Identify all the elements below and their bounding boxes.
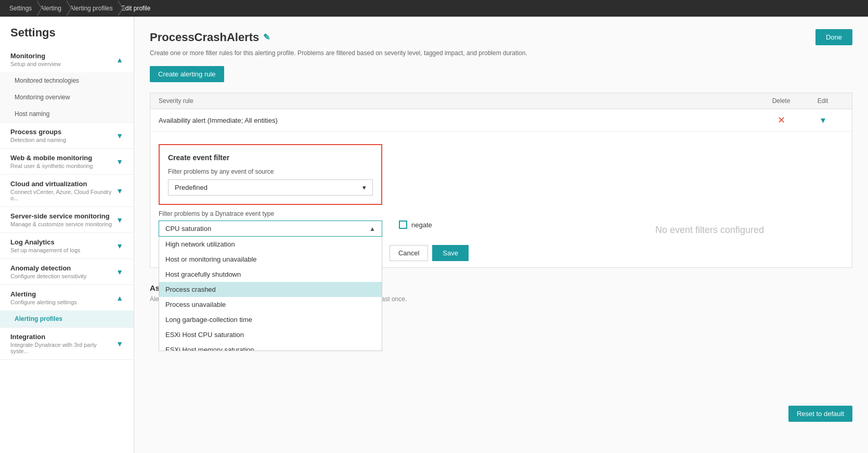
sidebar-item-host-naming[interactable]: Host naming	[0, 106, 134, 122]
main-content: ProcessCrashAlerts ✎ Done Create one or …	[134, 17, 868, 453]
anomaly-chevron: ▼	[116, 268, 123, 276]
sidebar-section-log-analytics: Log Analytics Set up management of logs …	[0, 233, 134, 259]
dropdown-item-host-shutdown[interactable]: Host gracefully shutdown	[159, 267, 382, 282]
alerting-items: Alerting profiles	[0, 310, 134, 327]
log-analytics-subtitle: Set up management of logs	[10, 247, 81, 253]
event-filter-title: Create event filter	[168, 153, 373, 162]
severity-edit-header: Edit	[802, 97, 844, 105]
alerting-subtitle: Configure alerting settings	[10, 299, 77, 305]
server-side-title: Server-side service monitoring	[10, 212, 112, 220]
event-type-dropdown-container: CPU saturation ▲ High network utilizatio…	[159, 221, 382, 237]
reset-to-default-button[interactable]: Reset to default	[788, 406, 852, 422]
severity-expand-button[interactable]: ▾	[802, 114, 844, 126]
integration-title: Integration	[10, 333, 116, 341]
sidebar-item-alerting-profiles[interactable]: Alerting profiles	[0, 310, 134, 327]
negate-label: negate	[411, 221, 432, 229]
cancel-button[interactable]: Cancel	[390, 245, 428, 261]
sidebar-section-cloud: Cloud and virtualization Connect vCenter…	[0, 175, 134, 207]
sidebar-section-header-monitoring[interactable]: Monitoring Setup and overview ▲	[0, 47, 134, 72]
breadcrumb-settings[interactable]: Settings	[6, 0, 37, 17]
sidebar-title: Settings	[0, 17, 134, 47]
main-header: ProcessCrashAlerts ✎ Done	[150, 29, 852, 45]
event-source-value: Predefined	[175, 184, 208, 191]
log-analytics-chevron: ▼	[116, 242, 123, 250]
alerting-title: Alerting	[10, 290, 77, 298]
sidebar-section-header-process-groups[interactable]: Process groups Detection and naming ▼	[0, 123, 134, 148]
sidebar-section-header-alerting[interactable]: Alerting Configure alerting settings ▲	[0, 285, 134, 310]
no-event-filters-text: No event filters configured	[655, 225, 764, 236]
breadcrumb-alerting-profiles[interactable]: Alerting profiles	[67, 0, 118, 17]
dropdown-item-host-unavail[interactable]: Host or monitoring unavailable	[159, 252, 382, 267]
severity-table-header: Severity rule Delete Edit	[150, 93, 852, 109]
page-title-row: ProcessCrashAlerts ✎	[150, 31, 270, 44]
process-groups-subtitle: Detection and naming	[10, 137, 66, 143]
process-groups-chevron: ▼	[116, 132, 123, 140]
event-type-chevron-up-icon: ▲	[369, 225, 375, 232]
sidebar-item-monitoring-overview[interactable]: Monitoring overview	[0, 89, 134, 106]
event-type-label: Filter problems by a Dynatrace event typ…	[159, 210, 844, 217]
server-side-subtitle: Manage & customize service monitoring	[10, 221, 112, 227]
monitoring-items: Monitored technologies Monitoring overvi…	[0, 72, 134, 122]
main-description: Create one or more filter rules for this…	[150, 49, 852, 57]
severity-row-label: Availability alert (Immediate; All entit…	[159, 117, 760, 124]
event-type-selected: CPU saturation	[165, 225, 211, 232]
page-title: ProcessCrashAlerts	[150, 31, 259, 44]
web-mobile-subtitle: Real user & synthetic monitoring	[10, 163, 93, 169]
sidebar-section-monitoring: Monitoring Setup and overview ▲ Monitore…	[0, 47, 134, 123]
anomaly-subtitle: Configure detection sensitivity	[10, 273, 86, 279]
sidebar-section-header-web-mobile[interactable]: Web & mobile monitoring Real user & synt…	[0, 149, 134, 174]
sidebar: Settings Monitoring Setup and overview ▲…	[0, 17, 134, 453]
dropdown-item-esxi-mem[interactable]: ESXi Host memory saturation	[159, 342, 382, 351]
sidebar-section-process-groups: Process groups Detection and naming ▼	[0, 123, 134, 149]
event-type-select[interactable]: CPU saturation ▲	[159, 221, 382, 237]
integration-chevron: ▼	[116, 340, 123, 348]
server-side-chevron: ▼	[116, 216, 123, 224]
event-source-label: Filter problems by any event of source	[168, 168, 373, 175]
monitoring-subtitle: Setup and overview	[10, 61, 61, 67]
save-button[interactable]: Save	[432, 245, 469, 261]
process-groups-title: Process groups	[10, 128, 66, 136]
dropdown-item-garbage-collect[interactable]: Long garbage-collection time	[159, 312, 382, 327]
cloud-chevron: ▼	[116, 187, 123, 195]
negate-checkbox[interactable]	[399, 221, 407, 229]
breadcrumb: Settings Alerting Alerting profiles Edit…	[0, 0, 868, 17]
severity-table-row: Availability alert (Immediate; All entit…	[150, 109, 852, 132]
event-source-select[interactable]: Predefined ▾	[168, 179, 373, 196]
sidebar-section-header-cloud[interactable]: Cloud and virtualization Connect vCenter…	[0, 175, 134, 206]
web-mobile-title: Web & mobile monitoring	[10, 154, 93, 162]
anomaly-title: Anomaly detection	[10, 264, 86, 272]
severity-delete-button[interactable]: ✕	[760, 114, 802, 126]
cloud-title: Cloud and virtualization	[10, 180, 116, 188]
monitoring-chevron: ▲	[116, 56, 123, 64]
event-type-dropdown-list[interactable]: High network utilization Host or monitor…	[159, 237, 382, 351]
sidebar-item-monitored-tech[interactable]: Monitored technologies	[0, 72, 134, 89]
done-button[interactable]: Done	[815, 29, 852, 45]
edit-title-icon[interactable]: ✎	[263, 32, 270, 42]
web-mobile-chevron: ▼	[116, 158, 123, 166]
event-filter-box: Create event filter Filter problems by a…	[159, 144, 382, 205]
alerting-chevron: ▲	[116, 294, 123, 302]
sidebar-section-alerting: Alerting Configure alerting settings ▲ A…	[0, 285, 134, 328]
dropdown-item-process-unavail[interactable]: Process unavailable	[159, 297, 382, 312]
severity-rule-section: Severity rule Delete Edit Availability a…	[150, 93, 852, 268]
severity-delete-header: Delete	[760, 97, 802, 105]
log-analytics-title: Log Analytics	[10, 238, 81, 246]
breadcrumb-edit-profile: Edit profile	[118, 0, 156, 17]
dropdown-item-high-network[interactable]: High network utilization	[159, 237, 382, 252]
sidebar-section-integration: Integration Integrate Dynatrace with 3rd…	[0, 328, 134, 360]
severity-rule-header-label: Severity rule	[159, 97, 760, 105]
sidebar-section-header-integration[interactable]: Integration Integrate Dynatrace with 3rd…	[0, 328, 134, 359]
sidebar-section-header-anomaly[interactable]: Anomaly detection Configure detection se…	[0, 259, 134, 284]
dropdown-item-esxi-cpu[interactable]: ESXi Host CPU saturation	[159, 327, 382, 342]
sidebar-section-header-log-analytics[interactable]: Log Analytics Set up management of logs …	[0, 233, 134, 258]
source-chevron-down-icon: ▾	[362, 184, 366, 191]
sidebar-section-header-server-side[interactable]: Server-side service monitoring Manage & …	[0, 207, 134, 232]
cloud-subtitle: Connect vCenter, Azure, Cloud Foundry o.…	[10, 189, 116, 201]
sidebar-section-anomaly: Anomaly detection Configure detection se…	[0, 259, 134, 285]
create-alerting-rule-button[interactable]: Create alerting rule	[150, 66, 224, 82]
dropdown-item-process-crashed[interactable]: Process crashed	[159, 282, 382, 297]
sidebar-section-web-mobile: Web & mobile monitoring Real user & synt…	[0, 149, 134, 175]
sidebar-section-server-side: Server-side service monitoring Manage & …	[0, 207, 134, 233]
negate-row: negate	[399, 221, 432, 229]
integration-subtitle: Integrate Dynatrace with 3rd party syste…	[10, 342, 116, 354]
